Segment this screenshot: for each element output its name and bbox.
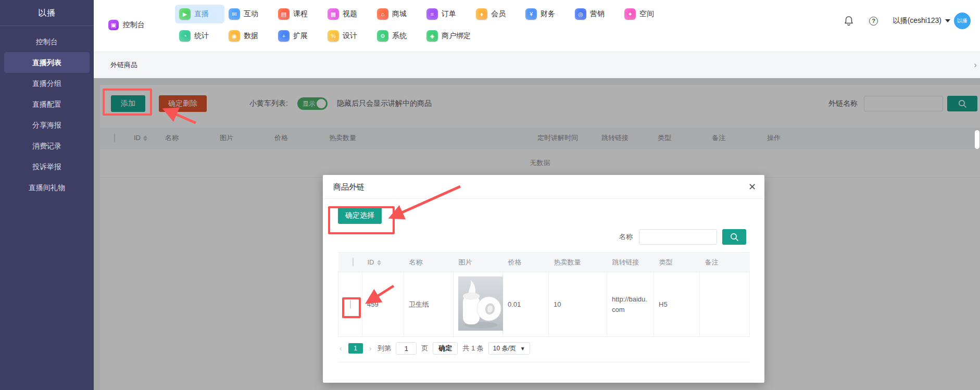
nav-app-互动[interactable]: ✉互动 [224,5,274,23]
nav-app-课程[interactable]: ▤课程 [274,5,323,23]
column-header-名称: 名称 [404,253,454,272]
sidebar-item-直播列表[interactable]: 直播列表 [4,52,90,73]
topbar-right: ? 以播(ceshi123) 以播 [843,12,971,29]
user-menu[interactable]: 以播(ceshi123) 以播 [893,12,971,29]
tab-scroll-right-icon[interactable]: › [974,52,977,78]
sort-desc-icon[interactable] [377,263,381,266]
pagination: ‹ 1 › 到第 页 确定 共 1 条 10 条/页 ▼ [338,342,750,355]
nav-app-label: 营销 [590,9,605,19]
sidebar-item-直播配置[interactable]: 直播配置 [0,94,94,115]
nav-app-label: 扩展 [293,31,308,41]
nav-app-icon-数据: ◉ [229,30,240,42]
nav-app-label: 课程 [293,9,308,19]
row-checkbox[interactable] [350,300,351,309]
sort-icon[interactable] [377,260,381,266]
goods-link-modal: 商品外链 ✕ 确定选择 名称 ID名称图片价格热卖数量跳转链接类型备注 459 [323,175,764,383]
nav-app-财务[interactable]: ¥财务 [521,5,571,23]
nav-app-数据[interactable]: ◉数据 [224,27,274,45]
column-header-label: 名称 [409,258,423,266]
modal-header: 商品外链 ✕ [323,175,764,199]
nav-app-label: 会员 [491,9,506,19]
close-icon[interactable]: ✕ [748,175,756,199]
nav-app-设计[interactable]: %设计 [323,27,373,45]
nav-app-icon-统计: ◔ [179,30,191,42]
nav-app-视题[interactable]: ▦视题 [323,5,373,23]
column-header-价格: 价格 [503,253,549,272]
modal-search-label: 名称 [619,232,633,242]
product-image-toilet-paper [458,276,503,331]
nav-app-icon-订单: ≡ [426,8,438,20]
nav-app-订单[interactable]: ≡订单 [422,5,472,23]
goto-label: 到第 [378,344,391,353]
nav-app-icon-课程: ▤ [278,8,290,20]
help-icon[interactable]: ? [868,15,880,27]
current-page-button[interactable]: 1 [348,343,363,354]
modal-body: 确定选择 名称 ID名称图片价格热卖数量跳转链接类型备注 459 卫生纸 [323,199,764,383]
sidebar-item-控制台[interactable]: 控制台 [0,31,94,52]
brand-logo: 以播 [0,0,94,26]
tabbar: 外链商品 › [94,52,980,78]
nav-app-icon-会员: ♦ [476,8,487,20]
row-hotqty-cell: 10 [549,272,607,337]
confirm-select-button[interactable]: 确定选择 [338,207,382,224]
column-header-跳转链接: 跳转链接 [607,253,654,272]
sort-asc-icon[interactable] [377,260,381,262]
row-remark-cell [700,272,750,337]
total-count-label: 共 1 条 [462,344,483,353]
sidebar-item-消费记录[interactable]: 消费记录 [0,135,94,156]
app-nav: ▶直播✉互动▤课程▦视题⌂商城≡订单♦会员¥财务◎营销✦空间◔统计◉数据+扩展%… [175,3,671,52]
nav-app-扩展[interactable]: +扩展 [274,27,323,45]
nav-app-icon-直播: ▶ [179,8,191,20]
sidebar: 以播 控制台直播列表直播分组直播配置分享海报消费记录投诉举报直播间礼物 [0,0,94,390]
nav-app-商户绑定[interactable]: ◈商户绑定 [422,27,475,45]
row-checkbox-cell [338,272,362,337]
tab-external-goods[interactable]: 外链商品 [110,52,137,78]
nav-app-会员[interactable]: ♦会员 [472,5,521,23]
console-icon: ▣ [108,20,119,30]
modal-title: 商品外链 [333,182,365,191]
column-header-label: ID [368,258,374,266]
nav-app-统计[interactable]: ◔统计 [175,27,224,45]
modal-footer [338,362,750,383]
prev-page-icon[interactable]: ‹ [338,344,344,353]
nav-app-label: 视题 [343,9,357,19]
avatar: 以播 [954,12,971,29]
product-row: 459 卫生纸 [338,272,750,337]
sidebar-item-投诉举报[interactable]: 投诉举报 [0,156,94,177]
notification-bell-icon[interactable] [843,15,855,27]
nav-app-icon-扩展: + [278,30,290,42]
modal-search-button[interactable] [722,229,746,245]
row-image-cell [454,272,503,337]
nav-app-空间[interactable]: ✦空间 [620,5,670,23]
goto-confirm-button[interactable]: 确定 [433,342,458,355]
row-id-cell: 459 [362,272,404,337]
console-text: 控制台 [123,20,145,30]
modal-table: ID名称图片价格热卖数量跳转链接类型备注 459 卫生纸 [338,252,750,337]
page-size-select[interactable]: 10 条/页 ▼ [488,342,530,355]
row-link-cell: http://baidu.com [607,272,654,337]
column-header-label: 备注 [705,258,719,266]
nav-app-系统[interactable]: ⚙系统 [373,27,422,45]
modal-table-header-row: ID名称图片价格热卖数量跳转链接类型备注 [338,253,750,272]
select-caret-icon: ▼ [520,346,525,351]
nav-app-label: 互动 [244,9,258,19]
nav-app-直播[interactable]: ▶直播 [175,5,224,23]
sidebar-item-直播间礼物[interactable]: 直播间礼物 [0,177,94,198]
nav-app-商城[interactable]: ⌂商城 [373,5,422,23]
column-header-label: 价格 [508,258,522,266]
sidebar-item-分享海报[interactable]: 分享海报 [0,115,94,135]
nav-app-icon-财务: ¥ [525,8,537,20]
app-root: 以播 控制台直播列表直播分组直播配置分享海报消费记录投诉举报直播间礼物 ▣ 控制… [0,0,980,390]
nav-app-营销[interactable]: ◎营销 [571,5,620,23]
nav-app-label: 订单 [442,9,456,19]
column-header-label: 类型 [659,258,673,266]
page-unit-label: 页 [421,344,428,353]
select-all-checkbox[interactable] [353,258,354,267]
column-header-label: 热卖数量 [554,258,581,266]
user-name: 以播(ceshi123) [893,16,941,26]
modal-search-input[interactable] [639,229,717,245]
sidebar-item-直播分组[interactable]: 直播分组 [0,73,94,94]
scrollbar-thumb[interactable] [975,130,979,149]
goto-page-input[interactable] [396,342,417,355]
next-page-icon[interactable]: › [368,344,373,353]
